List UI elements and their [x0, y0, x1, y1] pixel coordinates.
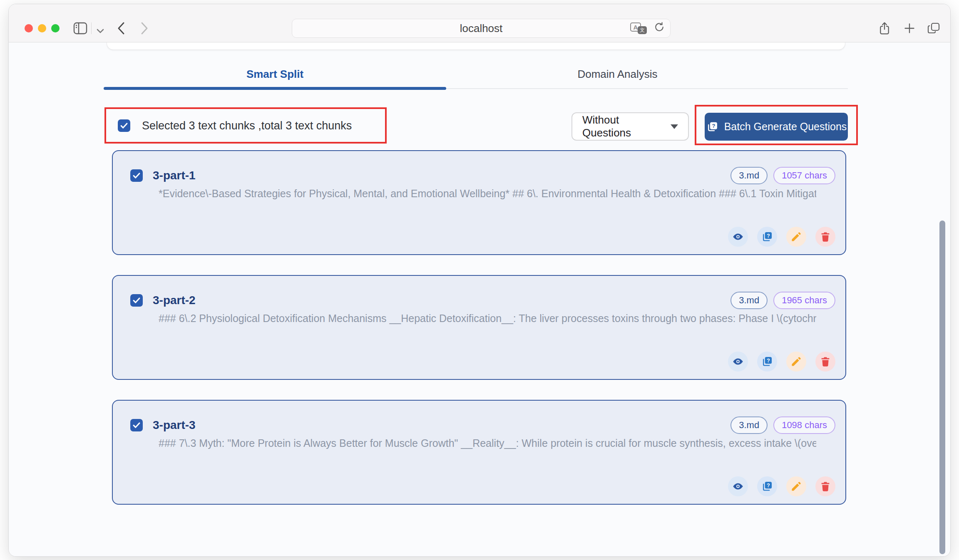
- chars-badge: 1965 chars: [773, 292, 835, 309]
- chunk-card-2: 3-part-2 3.md 1965 chars ### 6\.2 Physio…: [112, 275, 846, 380]
- sidebar-menu-chevron-down-icon[interactable]: [93, 23, 108, 38]
- address-bar[interactable]: localhost A 文: [292, 19, 671, 38]
- generate-questions-icon: ?: [706, 121, 718, 133]
- pencil-icon: [790, 356, 802, 367]
- chunk-title: 3-part-2: [153, 294, 196, 307]
- sidebar-toggle-icon[interactable]: [73, 21, 88, 36]
- translate-icon[interactable]: A 文: [630, 22, 647, 34]
- tab-smart-split[interactable]: Smart Split: [104, 60, 446, 88]
- file-badge: 3.md: [730, 167, 768, 184]
- chunk-preview-text: *Evidence\-Based Strategies for Physical…: [159, 188, 816, 200]
- vertical-scrollbar-thumb[interactable]: [939, 221, 945, 554]
- file-badge: 3.md: [730, 292, 768, 309]
- chunk-title: 3-part-1: [153, 169, 196, 182]
- tab-overview-icon[interactable]: [926, 21, 941, 36]
- file-badge: 3.md: [730, 416, 768, 434]
- minimize-window-button[interactable]: [38, 24, 46, 32]
- eye-icon: [732, 481, 744, 492]
- share-icon[interactable]: [877, 21, 892, 36]
- chunk-title: 3-part-3: [153, 419, 196, 432]
- chunk-card-1: 3-part-1 3.md 1057 chars *Evidence\-Base…: [112, 150, 846, 255]
- question-card-icon: ?: [761, 356, 773, 367]
- tab-bar: Smart Split Domain Analysis: [104, 60, 848, 89]
- view-chunk-button[interactable]: [728, 352, 748, 372]
- question-card-icon: ?: [761, 481, 773, 492]
- toolbar-divider: [91, 22, 92, 34]
- reload-icon[interactable]: [653, 21, 665, 36]
- chunk-preview-text: ### 7\.3 Myth: "More Protein is Always B…: [159, 437, 816, 449]
- trash-icon: [820, 356, 831, 367]
- batch-generate-questions-button[interactable]: ? Batch Generate Questions: [705, 113, 848, 141]
- chunk-checkbox[interactable]: [130, 419, 143, 431]
- pencil-icon: [790, 481, 802, 492]
- view-chunk-button[interactable]: [728, 227, 748, 247]
- address-bar-url: localhost: [460, 22, 503, 35]
- select-all-checkbox[interactable]: [118, 119, 130, 132]
- delete-chunk-button[interactable]: [815, 227, 835, 247]
- svg-text:?: ?: [767, 233, 770, 239]
- chunk-checkbox[interactable]: [130, 169, 143, 182]
- trash-icon: [820, 231, 831, 243]
- select-all-row: Selected 3 text chunks ,total 3 text chu…: [118, 114, 352, 137]
- tab-domain-analysis[interactable]: Domain Analysis: [446, 60, 789, 88]
- eye-icon: [732, 231, 744, 243]
- page-content: Smart Split Domain Analysis Selected 3 t…: [9, 42, 950, 556]
- svg-text:?: ?: [712, 123, 715, 129]
- delete-chunk-button[interactable]: [815, 352, 835, 372]
- generate-questions-chunk-button[interactable]: ?: [757, 476, 777, 496]
- eye-icon: [732, 356, 744, 367]
- question-filter-select[interactable]: Without Questions: [571, 112, 689, 141]
- close-window-button[interactable]: [25, 24, 33, 32]
- scrolled-panel-bottom-edge: [107, 42, 845, 50]
- browser-window: localhost A 文: [8, 4, 951, 557]
- generate-questions-chunk-button[interactable]: ?: [757, 352, 777, 372]
- generate-questions-chunk-button[interactable]: ?: [757, 227, 777, 247]
- chars-badge: 1098 chars: [773, 416, 835, 434]
- new-tab-plus-icon[interactable]: [902, 21, 917, 36]
- svg-text:?: ?: [767, 357, 770, 364]
- forward-button-icon[interactable]: [137, 21, 152, 36]
- question-card-icon: ?: [761, 231, 773, 243]
- svg-text:?: ?: [767, 482, 770, 488]
- delete-chunk-button[interactable]: [815, 476, 835, 496]
- chunk-checkbox[interactable]: [130, 294, 143, 307]
- chars-badge: 1057 chars: [773, 167, 835, 184]
- chevron-down-icon: [671, 124, 678, 129]
- zoom-window-button[interactable]: [51, 24, 60, 32]
- edit-chunk-button[interactable]: [786, 476, 806, 496]
- chunk-preview-text: ### 6\.2 Physiological Detoxification Me…: [159, 312, 816, 325]
- browser-titlebar: localhost A 文: [9, 4, 950, 42]
- trash-icon: [820, 481, 831, 492]
- selection-summary-label: Selected 3 text chunks ,total 3 text chu…: [142, 119, 352, 132]
- pencil-icon: [790, 231, 802, 243]
- chunk-list: 3-part-1 3.md 1057 chars *Evidence\-Base…: [112, 150, 846, 505]
- chunk-card-3: 3-part-3 3.md 1098 chars ### 7\.3 Myth: …: [112, 400, 846, 505]
- view-chunk-button[interactable]: [728, 476, 748, 496]
- back-button-icon[interactable]: [114, 21, 129, 36]
- edit-chunk-button[interactable]: [786, 352, 806, 372]
- edit-chunk-button[interactable]: [786, 227, 806, 247]
